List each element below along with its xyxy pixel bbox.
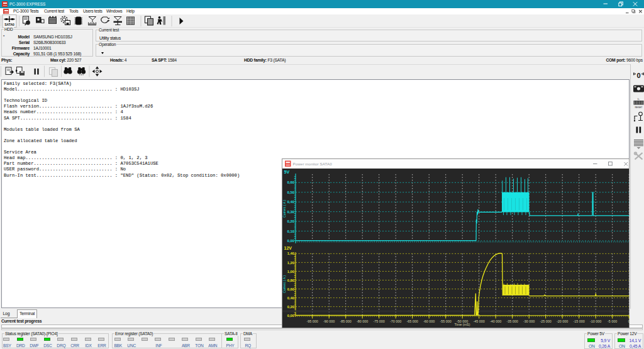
svg-text:1↓: 1↓ [637, 97, 640, 101]
svg-text:1,40: 1,40 [287, 252, 294, 255]
svg-text:0: 0 [628, 319, 630, 323]
svg-text:-30 000: -30 000 [523, 319, 535, 323]
svg-text:-40 000: -40 000 [490, 319, 501, 323]
svg-text:0,00: 0,00 [287, 314, 294, 318]
svg-text:-95 000: -95 000 [307, 319, 318, 323]
svg-text:0,10: 0,10 [287, 230, 294, 233]
svg-text:Current ( A ): Current ( A ) [282, 275, 286, 293]
svg-text:-5 000: -5 000 [608, 319, 617, 323]
svg-text:-20 000: -20 000 [557, 319, 568, 323]
svg-text:-65 000: -65 000 [407, 319, 418, 323]
svg-text:-70 000: -70 000 [390, 319, 401, 323]
svg-text:0,40: 0,40 [287, 296, 294, 300]
svg-text:Current ( A ): Current ( A ) [282, 200, 286, 218]
svg-text:-45 000: -45 000 [474, 319, 485, 323]
svg-text:-25 000: -25 000 [540, 319, 552, 323]
svg-text:Time (mS): Time (mS) [455, 323, 470, 326]
svg-text:-10 000: -10 000 [590, 319, 601, 323]
svg-text:-85 000: -85 000 [340, 319, 352, 323]
svg-text:1,20: 1,20 [287, 261, 294, 265]
svg-text:-55 000: -55 000 [440, 319, 452, 323]
svg-text:12V: 12V [284, 246, 292, 250]
svg-text:5V: 5V [284, 170, 290, 174]
svg-text:RESET: RESET [635, 106, 643, 109]
svg-text:0,60: 0,60 [287, 287, 294, 291]
svg-text:0,60: 0,60 [287, 180, 294, 184]
svg-text:-15 000: -15 000 [574, 319, 585, 323]
svg-text:0,40: 0,40 [287, 200, 294, 204]
svg-text:Power monitor SATA0: Power monitor SATA0 [293, 162, 333, 166]
svg-text:1,00: 1,00 [287, 270, 294, 274]
svg-text:0,00: 0,00 [287, 239, 294, 243]
svg-text:-90 000: -90 000 [323, 319, 335, 323]
svg-text:0: 0 [636, 72, 640, 79]
svg-text:-80 000: -80 000 [357, 319, 368, 323]
svg-text:-60 000: -60 000 [423, 319, 435, 323]
svg-text:-35 000: -35 000 [507, 319, 518, 323]
svg-text:0,80: 0,80 [287, 279, 294, 282]
svg-text:0,20: 0,20 [287, 305, 294, 309]
svg-text:-75 000: -75 000 [374, 319, 385, 323]
svg-text:0,20: 0,20 [287, 219, 294, 223]
svg-text:0,50: 0,50 [287, 191, 294, 194]
svg-text:0,30: 0,30 [287, 210, 294, 214]
svg-text:SATA0: SATA0 [4, 23, 14, 26]
